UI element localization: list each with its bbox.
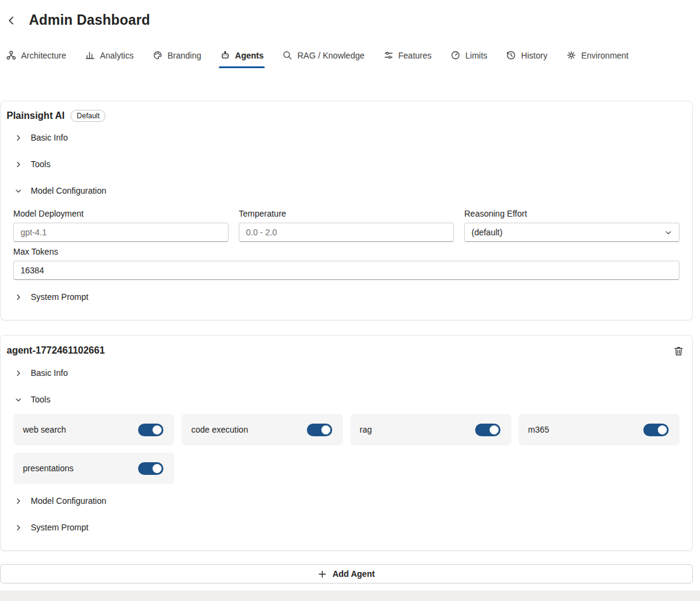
tab-label: Features [399,51,432,60]
reasoning-effort-label: Reasoning Effort [464,209,680,218]
accordion-label: System Prompt [31,523,89,532]
page-title: Admin Dashboard [29,12,150,28]
page-bottom-gutter [0,591,700,601]
agent-title: Plainsight AI [7,110,65,121]
tool-toggle-web-search[interactable]: web search [13,414,174,445]
accordion-system-prompt[interactable]: System Prompt [5,284,687,310]
chevron-right-icon [14,293,22,301]
tool-toggle-rag[interactable]: rag [350,414,511,445]
tools-grid: web search code execution rag m365 prese… [5,414,687,484]
accordion-label: Tools [31,159,51,169]
tab-label: Architecture [21,51,66,60]
temperature-label: Temperature [239,209,454,218]
toggle-knob [658,425,667,434]
agent-title: agent-1772461102661 [7,345,105,356]
tab-limits[interactable]: Limits [449,44,489,68]
tab-label: Limits [465,51,488,60]
toggle-knob [490,425,499,434]
tab-environment[interactable]: Environment [565,44,630,68]
accordion-basic-info[interactable]: Basic Info [5,360,687,386]
model-deployment-field: Model Deployment [13,204,229,242]
toggle-switch[interactable] [138,424,163,436]
agent-card-custom: agent-1772461102661 Basic Info Tools web… [0,335,693,551]
accordion-basic-info[interactable]: Basic Info [5,124,687,151]
chevron-right-icon [14,161,22,168]
tab-history[interactable]: History [505,44,549,68]
accordion-label: Basic Info [31,133,68,142]
chevron-right-icon [14,524,22,532]
features-icon [383,50,394,60]
accordion-tools[interactable]: Tools [5,386,687,413]
reasoning-effort-value: (default) [471,227,502,237]
chevron-right-icon [14,134,22,142]
tool-label: web search [23,425,66,434]
model-deployment-input[interactable] [13,223,229,242]
tab-agents[interactable]: Agents [219,44,265,68]
accordion-model-configuration[interactable]: Model Configuration [5,488,687,514]
accordion-label: Model Configuration [31,496,106,506]
trash-icon [673,345,684,357]
tool-label: rag [360,425,372,434]
tool-label: presentations [23,463,74,473]
agent-card-default: Plainsight AI Default Basic Info Tools M… [0,101,693,320]
search-icon [282,50,292,60]
accordion-label: System Prompt [31,292,89,302]
tool-toggle-code-execution[interactable]: code execution [181,414,342,445]
tab-label: RAG / Knowledge [297,51,364,60]
max-tokens-label: Max Tokens [13,247,680,256]
tool-toggle-presentations[interactable]: presentations [13,453,174,484]
reasoning-effort-field: Reasoning Effort (default) [464,204,680,242]
toggle-knob [153,425,162,434]
page-header: Admin Dashboard [0,0,700,28]
max-tokens-input[interactable] [13,261,680,280]
temperature-input[interactable] [239,223,454,242]
accordion-label: Model Configuration [31,186,106,196]
accordion-label: Basic Info [31,368,68,378]
tab-features[interactable]: Features [382,44,433,68]
agent-card-header: Plainsight AI Default [5,109,687,124]
tab-label: History [521,51,547,60]
branding-icon [153,50,163,60]
tab-label: Agents [235,51,263,60]
chevron-left-icon [6,15,17,26]
add-agent-label: Add Agent [332,569,374,579]
accordion-model-configuration[interactable]: Model Configuration [5,177,687,204]
analytics-icon [85,50,95,60]
tab-rag-knowledge[interactable]: RAG / Knowledge [281,44,365,68]
tab-architecture[interactable]: Architecture [5,44,68,68]
tool-label: code execution [191,425,248,434]
reasoning-effort-select[interactable]: (default) [464,223,680,242]
toggle-knob [153,464,162,473]
toggle-switch[interactable] [307,424,332,436]
add-agent-button[interactable]: Add Agent [0,564,693,584]
tool-label: m365 [528,425,549,434]
tab-branding[interactable]: Branding [151,44,203,68]
default-badge: Default [71,110,106,122]
delete-agent-button[interactable] [672,344,685,357]
temperature-field: Temperature [239,204,454,242]
tool-toggle-m365[interactable]: m365 [519,414,680,445]
gear-icon [566,50,576,60]
back-button[interactable] [6,15,17,26]
chevron-right-icon [14,369,22,377]
chevron-down-icon [14,187,22,195]
tab-label: Branding [168,51,201,60]
toggle-switch[interactable] [475,424,500,436]
tab-bar: Architecture Analytics Branding Agents R… [5,44,700,68]
agent-card-header: agent-1772461102661 [5,343,687,360]
accordion-label: Tools [31,395,51,404]
toggle-knob [321,425,330,434]
max-tokens-field: Max Tokens [13,247,680,280]
tab-label: Environment [581,51,629,60]
chevron-right-icon [14,497,22,505]
tab-analytics[interactable]: Analytics [84,44,135,68]
accordion-system-prompt[interactable]: System Prompt [5,514,687,541]
toggle-switch[interactable] [138,462,163,475]
agents-icon [220,50,230,60]
chevron-down-icon [14,396,22,404]
toggle-switch[interactable] [643,424,669,436]
accordion-tools[interactable]: Tools [5,151,687,177]
architecture-icon [6,50,16,60]
history-icon [506,50,516,60]
model-deployment-label: Model Deployment [13,209,229,218]
